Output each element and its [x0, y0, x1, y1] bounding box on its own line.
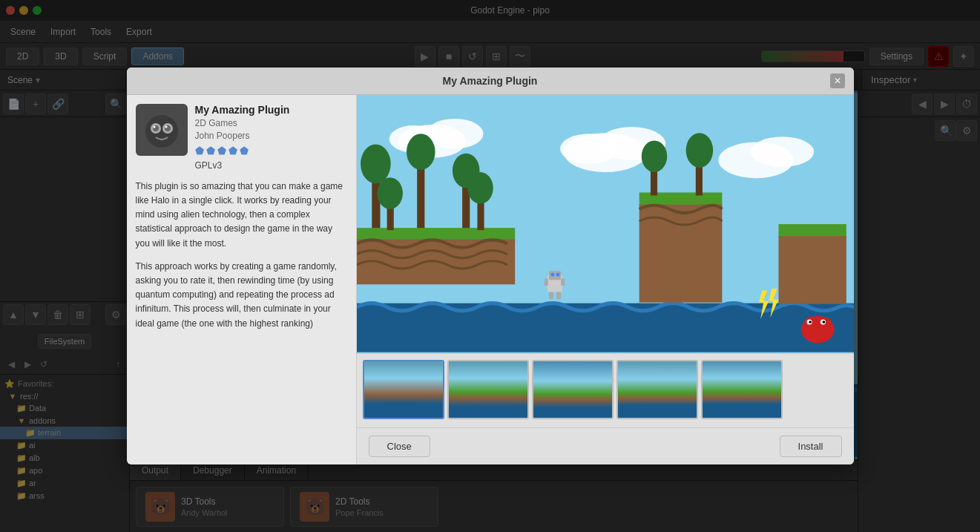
svg-point-62: [750, 137, 813, 167]
plugin-logo: [136, 104, 188, 156]
modal-close-btn[interactable]: Close: [369, 436, 430, 457]
plugin-desc-p1: This plugin is so amazing that you can m…: [136, 180, 347, 251]
modal-plugin-info: My Amazing Plugin 2D Games John Poopers …: [127, 95, 357, 464]
thumbnail-1[interactable]: [447, 360, 529, 419]
plugin-description: This plugin is so amazing that you can m…: [136, 180, 347, 331]
svg-rect-85: [639, 205, 722, 303]
star-1: ⬟: [195, 145, 204, 157]
modal-thumbnails: [357, 353, 854, 427]
plugin-logo-svg: [139, 108, 184, 152]
thumbnail-3[interactable]: [616, 360, 698, 419]
plugin-stars: ⬟ ⬟ ⬟ ⬟ ⬟: [195, 145, 290, 157]
svg-rect-80: [561, 278, 565, 286]
plugin-meta: My Amazing Plugin 2D Games John Poopers …: [195, 104, 290, 171]
svg-rect-81: [548, 292, 553, 299]
thumb-inner-3: [618, 361, 697, 418]
thumbnail-2[interactable]: [532, 360, 614, 419]
modal-screenshot: [357, 95, 854, 353]
modal-install-btn[interactable]: Install: [780, 436, 842, 457]
modal-body: My Amazing Plugin 2D Games John Poopers …: [127, 95, 854, 464]
plugin-name: My Amazing Plugin: [195, 104, 290, 116]
svg-point-89: [685, 133, 713, 168]
svg-point-64: [361, 144, 391, 183]
modal-title: My Amazing Plugin: [151, 75, 830, 87]
svg-rect-90: [778, 224, 846, 237]
svg-point-47: [145, 115, 178, 148]
svg-point-87: [641, 140, 667, 172]
modal-overlay[interactable]: My Amazing Plugin ✕: [0, 0, 980, 532]
plugin-license: GPLv3: [195, 160, 290, 171]
modal-header: My Amazing Plugin ✕: [127, 68, 854, 95]
svg-point-100: [822, 321, 825, 324]
modal-screenshot-svg: [357, 95, 854, 353]
thumbnail-4[interactable]: [701, 360, 783, 419]
svg-point-66: [407, 134, 435, 170]
svg-point-60: [560, 134, 617, 164]
star-4: ⬟: [228, 145, 237, 157]
svg-point-53: [165, 125, 167, 128]
star-2: ⬟: [206, 145, 215, 157]
svg-rect-79: [544, 278, 547, 286]
svg-rect-83: [357, 303, 854, 352]
svg-point-99: [809, 321, 812, 324]
plugin-desc-p2: This approach works by creating a game r…: [136, 260, 347, 331]
svg-point-52: [153, 125, 155, 128]
thumb-inner-4: [703, 361, 781, 418]
plugin-modal: My Amazing Plugin ✕: [127, 68, 854, 464]
svg-point-77: [550, 272, 554, 276]
thumb-inner-2: [533, 361, 612, 418]
modal-footer: Close Install: [357, 427, 854, 464]
modal-close-button[interactable]: ✕: [830, 73, 845, 88]
svg-point-74: [467, 172, 493, 204]
thumb-inner-1: [449, 361, 527, 418]
thumb-inner-0: [364, 361, 443, 418]
svg-rect-91: [778, 236, 846, 303]
svg-rect-82: [556, 292, 561, 299]
thumbnail-0[interactable]: [363, 360, 444, 419]
star-3: ⬟: [217, 145, 226, 157]
svg-point-78: [556, 272, 559, 276]
plugin-header: My Amazing Plugin 2D Games John Poopers …: [136, 104, 347, 171]
star-5: ⬟: [240, 145, 249, 157]
modal-right: Close Install: [357, 95, 854, 464]
svg-point-72: [377, 177, 403, 209]
plugin-category: 2D Games: [195, 118, 290, 128]
plugin-author: John Poopers: [195, 131, 290, 141]
